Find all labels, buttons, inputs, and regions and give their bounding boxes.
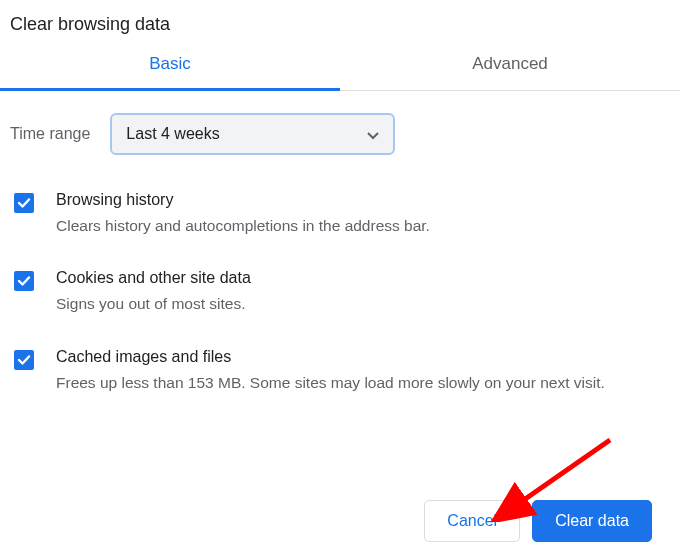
option-title: Cached images and files bbox=[56, 348, 605, 366]
option-text: Browsing history Clears history and auto… bbox=[56, 191, 430, 237]
option-cache: Cached images and files Frees up less th… bbox=[10, 336, 670, 414]
check-icon bbox=[17, 353, 31, 367]
option-text: Cookies and other site data Signs you ou… bbox=[56, 269, 251, 315]
check-icon bbox=[17, 196, 31, 210]
checkbox-cookies[interactable] bbox=[14, 271, 34, 291]
dialog-title: Clear browsing data bbox=[0, 0, 680, 53]
option-browsing-history: Browsing history Clears history and auto… bbox=[10, 179, 670, 257]
option-desc: Frees up less than 153 MB. Some sites ma… bbox=[56, 372, 605, 394]
timerange-label: Time range bbox=[10, 125, 90, 143]
timerange-select[interactable]: Last 4 weeks bbox=[110, 113, 395, 155]
svg-line-0 bbox=[518, 440, 610, 504]
option-desc: Signs you out of most sites. bbox=[56, 293, 251, 315]
chevron-down-icon bbox=[367, 126, 379, 143]
option-cookies: Cookies and other site data Signs you ou… bbox=[10, 257, 670, 335]
checkbox-cache[interactable] bbox=[14, 350, 34, 370]
option-title: Browsing history bbox=[56, 191, 430, 209]
cancel-button[interactable]: Cancel bbox=[424, 500, 520, 542]
check-icon bbox=[17, 274, 31, 288]
timerange-row: Time range Last 4 weeks bbox=[0, 91, 680, 171]
checkbox-browsing-history[interactable] bbox=[14, 193, 34, 213]
options-list: Browsing history Clears history and auto… bbox=[0, 171, 680, 414]
tabs-bar: Basic Advanced bbox=[0, 53, 680, 91]
clear-data-button[interactable]: Clear data bbox=[532, 500, 652, 542]
option-desc: Clears history and autocompletions in th… bbox=[56, 215, 430, 237]
tab-advanced[interactable]: Advanced bbox=[340, 54, 680, 91]
footer-buttons: Cancel Clear data bbox=[424, 500, 652, 542]
timerange-selected-value: Last 4 weeks bbox=[126, 125, 219, 143]
option-text: Cached images and files Frees up less th… bbox=[56, 348, 605, 394]
option-title: Cookies and other site data bbox=[56, 269, 251, 287]
tab-basic[interactable]: Basic bbox=[0, 54, 340, 91]
